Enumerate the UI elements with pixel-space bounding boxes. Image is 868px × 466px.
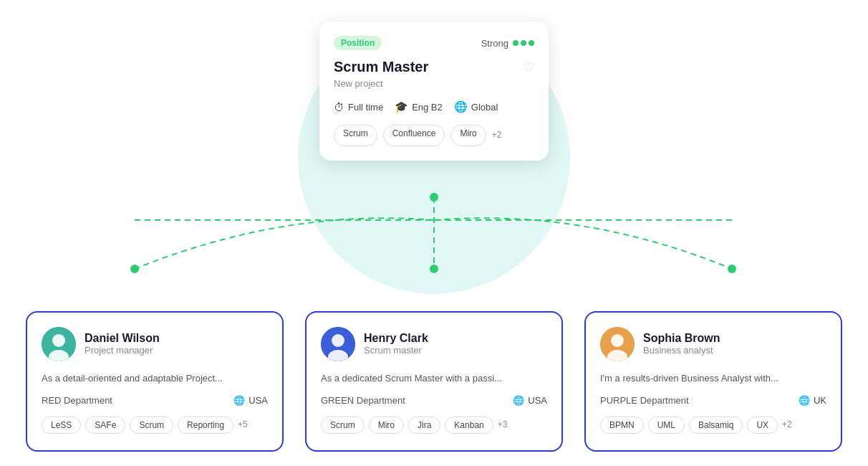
person-dept-row-sophia: PURPLE Department 🌐 UK [600,395,826,406]
tag-scrum: Scrum [334,125,377,146]
strength-label: Strong [481,38,508,49]
tag-kanban: Kanban [445,417,493,434]
tag-less: LeSS [42,417,81,434]
tag-more: +2 [492,125,502,146]
person-card-header-daniel: Daniel Wilson Project manager [42,327,268,361]
avatar-henry [321,327,355,361]
position-strength: Strong [481,38,534,49]
meta-language-label: Eng B2 [412,102,443,113]
meta-fulltime-label: Full time [348,102,383,113]
person-role-sophia: Business analyst [643,345,720,356]
svg-point-3 [130,265,139,273]
dot-3 [529,40,534,46]
globe-icon-henry: 🌐 [513,395,524,406]
dept-name-sophia: PURPLE Department [600,395,689,406]
tag-ux: UX [747,417,778,434]
meta-location: 🌐 Global [454,100,498,113]
scene: Position Strong Scrum Master ♡ New proje… [0,0,868,466]
tag-scrum-d: Scrum [130,417,173,434]
person-info-sophia: Sophia Brown Business analyst [643,332,720,356]
person-card-henry: Henry Clark Scrum master As a dedicated … [305,311,563,452]
person-role-henry: Scrum master [364,345,428,356]
person-tags-daniel: LeSS SAFe Scrum Reporting +5 [42,414,268,436]
tag-safe: SAFe [85,417,125,434]
svg-point-5 [728,265,736,273]
person-tags-sophia: BPMN UML Balsamiq UX +2 [600,414,826,436]
person-role-daniel: Project manager [85,345,160,356]
position-subtitle: New project [334,78,534,89]
person-cards-row: Daniel Wilson Project manager As a detai… [0,311,868,452]
person-card-header-sophia: Sophia Brown Business analyst [600,327,826,361]
person-name-henry: Henry Clark [364,332,428,345]
person-card-header-henry: Henry Clark Scrum master [321,327,547,361]
position-title-row: Scrum Master ♡ [334,59,534,75]
person-bio-daniel: As a detail-oriented and adaptable Proje… [42,371,268,386]
country-daniel: USA [249,395,268,406]
person-info-daniel: Daniel Wilson Project manager [85,332,160,356]
country-item-henry: 🌐 USA [513,395,547,406]
heart-icon[interactable]: ♡ [523,60,534,75]
avatar-sophia [600,327,635,361]
country-item-sophia: 🌐 UK [799,395,826,406]
svg-point-13 [611,334,624,347]
tag-more-daniel: +5 [238,414,248,436]
position-meta: ⏱ Full time 🎓 Eng B2 🌐 Global [334,100,534,113]
tag-scrum-h: Scrum [321,417,365,434]
person-card-daniel: Daniel Wilson Project manager As a detai… [26,311,284,452]
dept-name-daniel: RED Department [42,395,112,406]
person-bio-henry: As a dedicated Scrum Master with a passi… [321,371,547,386]
country-item-daniel: 🌐 USA [233,395,268,406]
position-card: Position Strong Scrum Master ♡ New proje… [319,22,549,161]
meta-language: 🎓 Eng B2 [395,100,443,113]
country-sophia: UK [814,395,826,406]
clock-icon: ⏱ [334,101,344,113]
person-card-sophia: Sophia Brown Business analyst I'm a resu… [584,311,842,452]
graduation-icon: 🎓 [395,100,408,113]
person-info-henry: Henry Clark Scrum master [364,332,428,356]
tag-reporting: Reporting [178,417,233,434]
tag-balsamiq: Balsamiq [689,417,743,434]
tag-bpmn: BPMN [600,417,644,434]
tag-jira: Jira [408,417,440,434]
person-dept-row-daniel: RED Department 🌐 USA [42,395,268,406]
globe-icon-sophia: 🌐 [799,395,810,406]
person-tags-henry: Scrum Miro Jira Kanban +3 [321,414,547,436]
avatar-daniel [42,327,76,361]
meta-location-label: Global [471,102,498,113]
position-card-header: Position Strong [334,36,534,50]
position-badge: Position [334,36,382,50]
person-dept-row-henry: GREEN Department 🌐 USA [321,395,547,406]
tag-more-sophia: +2 [782,414,792,436]
tag-more-henry: +3 [498,414,508,436]
globe-icon: 🌐 [454,100,468,113]
dept-name-henry: GREEN Department [321,395,405,406]
person-name-daniel: Daniel Wilson [85,332,160,345]
svg-point-7 [52,334,65,347]
tag-miro: Miro [450,125,486,146]
dot-2 [521,40,526,46]
tag-uml: UML [648,417,685,434]
dot-1 [513,40,519,46]
position-title: Scrum Master [334,59,428,75]
meta-fulltime: ⏱ Full time [334,100,383,113]
country-henry: USA [528,395,547,406]
globe-icon-daniel: 🌐 [233,395,245,406]
tag-confluence: Confluence [383,125,445,146]
strength-dots [513,40,534,46]
svg-point-10 [332,334,344,347]
person-bio-sophia: I'm a results-driven Business Analyst wi… [600,371,826,386]
tag-miro-h: Miro [369,417,404,434]
position-tags: Scrum Confluence Miro +2 [334,125,534,146]
person-name-sophia: Sophia Brown [643,332,720,345]
